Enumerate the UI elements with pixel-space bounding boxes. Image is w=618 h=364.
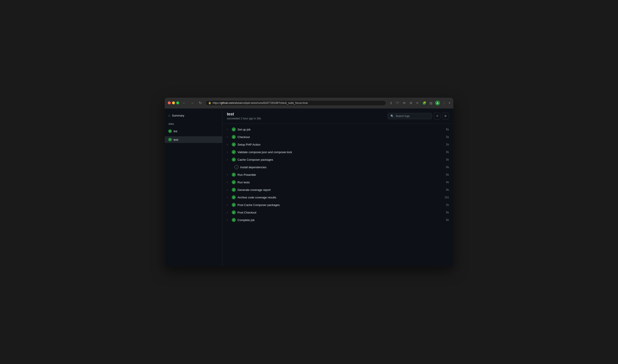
step-status-icon: ✓ [232, 210, 236, 214]
step-name: Checkout [238, 135, 440, 139]
step-chevron-icon: › [227, 188, 230, 191]
edit-icon[interactable]: ✏ [415, 101, 420, 105]
sidebar-job-test[interactable]: ✓ test [165, 136, 222, 143]
step-name: Run Preamble [238, 173, 440, 176]
step-name: Archive code coverage results [238, 196, 440, 199]
step-chevron-icon: › [227, 196, 230, 199]
main-header: test succeeded 1 hour ago in 38s 🔍 Searc… [222, 108, 453, 124]
step-duration: 4s [442, 188, 449, 191]
lint-status-icon: ✓ [168, 130, 172, 133]
step-status-icon: ✓ [232, 195, 236, 199]
step-row[interactable]: ›✓Generate coverage report4s [222, 186, 453, 194]
step-chevron-icon: › [227, 128, 230, 131]
step-duration: 0s [442, 166, 449, 169]
step-name: Post Checkout [238, 211, 440, 214]
step-chevron-icon: › [227, 143, 230, 146]
step-chevron-icon: › [227, 151, 230, 153]
maximize-button[interactable] [176, 102, 179, 104]
job-subtitle: succeeded 1 hour ago in 38s [227, 117, 261, 120]
step-status-icon: ✓ [232, 180, 236, 184]
search-logs-input[interactable]: 🔍 Search logs [387, 113, 432, 119]
step-status-icon: ✓ [232, 135, 236, 139]
test-status-icon: ✓ [168, 138, 172, 141]
step-duration: 0s [442, 151, 449, 154]
step-name: Validate composer.json and composer.lock [238, 151, 440, 154]
sidebar-job-lint-label: lint [174, 130, 177, 133]
sidebar-item-summary[interactable]: ⌂ Summary [165, 112, 222, 119]
step-row[interactable]: ›✓Post Cache Composer packages2s [222, 201, 453, 209]
step-status-icon: ✓ [232, 188, 236, 192]
step-chevron-icon: › [227, 158, 230, 161]
step-duration: 3s [442, 158, 449, 161]
tab-chevron[interactable]: ▾ [449, 102, 450, 104]
step-row[interactable]: ›✓Post Checkout0s [222, 209, 453, 216]
shield-icon[interactable]: 🛡 [395, 101, 400, 105]
step-name: Set up job [238, 128, 440, 131]
step-row[interactable]: –Install dependencies0s [222, 163, 453, 171]
step-row[interactable]: ›✓Complete job0s [222, 216, 453, 224]
step-duration: 4s [442, 181, 449, 184]
step-chevron-icon: › [227, 219, 230, 221]
settings-button[interactable]: ⚙ [442, 113, 449, 119]
step-row[interactable]: ›✓Setup PHP Action2s [222, 141, 453, 148]
step-status-icon: ✓ [232, 157, 236, 162]
step-name: Setup PHP Action [238, 143, 440, 146]
address-bar[interactable]: 🔒 https://github.com/alistaircol/pet-sto… [205, 100, 386, 106]
settings-icon[interactable]: ⚙ [409, 101, 413, 105]
refresh-button[interactable]: ↺ [434, 113, 440, 119]
header-actions: 🔍 Search logs ↺ ⚙ [387, 113, 449, 119]
step-status-icon: ✓ [232, 150, 236, 154]
step-chevron-icon: › [227, 136, 230, 138]
lock-icon: 🔒 [208, 102, 211, 104]
profile-icon[interactable]: A [435, 101, 440, 105]
step-duration: 11s [442, 196, 449, 199]
step-row[interactable]: ›✓Archive code coverage results11s [222, 194, 453, 201]
step-row[interactable]: ›✓Set up job5s [222, 126, 453, 133]
search-placeholder: Search logs [396, 115, 410, 118]
step-chevron-icon: › [227, 211, 230, 214]
step-status-icon: ✓ [232, 203, 236, 207]
close-button[interactable] [168, 102, 171, 104]
step-name: Post Cache Composer packages [238, 203, 440, 207]
more-button[interactable]: ⋮ [442, 101, 447, 105]
step-name: Complete job [238, 218, 440, 222]
job-info: test succeeded 1 hour ago in 38s [227, 112, 261, 120]
mail-icon[interactable]: ✉ [402, 101, 407, 105]
step-status-icon: – [234, 165, 238, 169]
search-icon: 🔍 [390, 115, 394, 118]
step-status-icon: ✓ [232, 218, 236, 222]
step-status-icon: ✓ [232, 143, 236, 146]
step-name: Install dependencies [240, 166, 440, 169]
step-name: Cache Composer packages [238, 158, 440, 161]
step-row[interactable]: ›✓Cache Composer packages3s [222, 156, 453, 163]
step-status-icon: ✓ [232, 127, 236, 131]
minimize-button[interactable] [172, 102, 175, 104]
job-title: test [227, 112, 261, 117]
step-row[interactable]: ›✓Run Preamble0s [222, 171, 453, 179]
sidebar-icon[interactable]: ▤ [428, 101, 433, 105]
step-row[interactable]: ›✓Checkout2s [222, 133, 453, 141]
info-icon[interactable]: ℹ [388, 101, 393, 105]
back-button[interactable]: ← [181, 100, 187, 106]
step-row[interactable]: ›✓Validate composer.json and composer.lo… [222, 148, 453, 156]
sidebar-job-lint[interactable]: ✓ lint [165, 128, 222, 134]
home-icon: ⌂ [168, 114, 170, 117]
step-status-icon: ✓ [232, 173, 236, 177]
step-name: Generate coverage report [238, 188, 440, 192]
step-duration: 0s [442, 173, 449, 176]
traffic-lights [168, 102, 179, 104]
step-duration: 2s [442, 143, 449, 146]
step-duration: 0s [442, 211, 449, 214]
step-chevron-icon: › [227, 173, 230, 176]
main-panel: test succeeded 1 hour ago in 38s 🔍 Searc… [222, 108, 453, 266]
sidebar-job-test-label: test [174, 138, 178, 141]
reload-button[interactable]: ↻ [197, 100, 203, 106]
step-row[interactable]: ›✓Run tests4s [222, 179, 453, 186]
step-chevron-icon: › [227, 181, 230, 183]
steps-list: ›✓Set up job5s›✓Checkout2s›✓Setup PHP Ac… [222, 124, 453, 266]
step-duration: 2s [442, 203, 449, 207]
url-display: https://github.com/alistaircol/pet-store… [213, 102, 308, 104]
jobs-section-label: Jobs [165, 121, 222, 126]
forward-button[interactable]: → [189, 100, 195, 106]
puzzle-icon[interactable]: 🧩 [422, 101, 427, 105]
